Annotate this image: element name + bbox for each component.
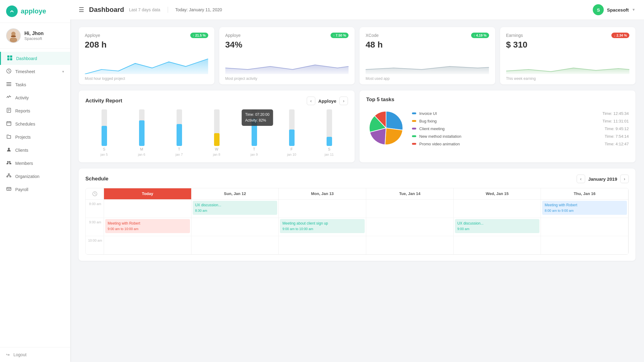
stat-badge-1: ↑ 7.50 % <box>331 33 349 38</box>
legend-name-1: Bug fixing <box>419 119 599 123</box>
header-subtitle: Last 7 days data <box>129 7 160 12</box>
pie-chart <box>366 108 406 148</box>
schedule-col-header-0: Today <box>104 188 191 200</box>
schedule-col-header-4: Wed, Jan 15 <box>454 188 541 200</box>
schedule-event[interactable]: Meeting with Robert8:00 am to 9:00 am <box>542 201 627 215</box>
nav-icon-timesheet <box>6 69 12 74</box>
bar-day-5: F <box>291 147 293 151</box>
activity-prev-btn[interactable]: ‹ <box>307 97 315 105</box>
sidebar-item-schedules[interactable]: Schedules <box>0 117 70 130</box>
bar-chart-container: S jan 5 M jan 6 T jan 7 W jan 8 Time: 07… <box>85 111 348 156</box>
schedule-next-btn[interactable]: › <box>620 175 629 183</box>
schedule-event[interactable]: UX discussion...9:00 am <box>455 219 540 233</box>
bar-group-3: W jan 8 <box>198 109 235 156</box>
svg-rect-27 <box>10 176 11 177</box>
schedule-event[interactable]: Meeting about client sign up9:00 am to 1… <box>280 219 365 233</box>
svg-rect-18 <box>7 122 11 126</box>
event-time: 8:00 am to 9:00 am <box>545 208 624 213</box>
stat-cards: Apploye ↑ 21.5 % 208 h Most hour logged … <box>79 27 635 84</box>
sidebar-item-members[interactable]: Members <box>0 157 70 170</box>
sidebar-item-projects[interactable]: Projects <box>0 130 70 144</box>
schedule-event[interactable]: UX discussion...8:30 am <box>193 201 277 215</box>
top-header: ☰ Dashboard Last 7 days data Today: Janu… <box>70 0 644 20</box>
schedule-cell-2-2 <box>279 236 366 254</box>
header-divider <box>168 7 168 13</box>
sidebar-item-activity[interactable]: Activity <box>0 91 70 104</box>
logout-button[interactable]: ↪ Logout <box>0 347 70 362</box>
bar-track-2 <box>177 109 182 146</box>
stat-footer-1: Most project activity <box>225 74 349 84</box>
schedule-col-header-3: Tue, Jan 14 <box>366 188 454 200</box>
top5-header: Top 5 tasks <box>366 97 629 103</box>
schedule-cell-0-3 <box>366 200 454 218</box>
bar-group-0: S jan 5 <box>85 109 123 156</box>
user-badge[interactable]: S Spacesoft ▼ <box>593 4 635 15</box>
svg-point-22 <box>8 148 10 150</box>
legend-dot-4 <box>412 143 416 145</box>
bar-group-6: S jan 11 <box>310 109 348 156</box>
schedule-cell-1-0: Meeting with Robert9:00 am to 10:00 am <box>104 218 191 236</box>
nav-label-organization: Organization <box>15 174 39 179</box>
legend-item-0: Invoice UI Time: 12:45:34 <box>412 111 629 116</box>
bar-date-3: jan 8 <box>213 153 220 156</box>
svg-rect-32 <box>7 187 11 190</box>
schedule-cell-1-4: UX discussion...9:00 am <box>454 218 541 236</box>
svg-rect-13 <box>6 85 11 86</box>
svg-point-1 <box>11 10 13 12</box>
legend-dot-2 <box>412 128 416 130</box>
user-badge-avatar: S <box>593 4 604 15</box>
bar-track-3 <box>214 109 220 146</box>
nav-arrow-icon: ▾ <box>62 69 64 74</box>
legend-item-1: Bug fixing Time: 11:31:01 <box>412 119 629 123</box>
event-title: Meeting with Robert <box>545 203 624 208</box>
schedule-col-header-1: Sun, Jan 12 <box>191 188 279 200</box>
schedule-cell-0-0 <box>104 200 191 218</box>
sidebar-item-organization[interactable]: Organization <box>0 170 70 183</box>
nav-icon-members <box>6 160 12 166</box>
hamburger-icon[interactable]: ☰ <box>79 6 84 13</box>
schedule-cell-0-4 <box>454 200 541 218</box>
svg-rect-8 <box>7 58 9 60</box>
activity-report-title: Activity Report <box>85 98 122 104</box>
schedule-cell-2-5 <box>541 236 628 254</box>
stat-footer-0: Most hour logged project <box>85 74 208 84</box>
sidebar-item-clients[interactable]: Clients <box>0 144 70 157</box>
bar-fill-2 <box>177 124 182 146</box>
sidebar-item-timesheet[interactable]: Timesheet ▾ <box>0 65 70 78</box>
user-badge-name: Spacesoft <box>607 7 629 12</box>
legend-dot-3 <box>412 135 416 137</box>
bar-day-2: T <box>178 147 180 151</box>
stat-chart-0 <box>85 53 208 74</box>
stat-card-3: Earnings ↓ 2.34 % $ 310 This week earnin… <box>500 27 636 84</box>
bar-fill-1 <box>139 120 145 146</box>
sidebar-item-dashboard[interactable]: Dashboard <box>0 52 70 65</box>
legend-item-4: Promo video animation Time: 4:12:47 <box>412 142 629 146</box>
stat-label-3: Earnings <box>506 33 523 38</box>
activity-next-btn[interactable]: › <box>339 97 348 105</box>
sidebar: apploye Hi, Jhon Spacesoft Dashboard Tim… <box>0 0 70 362</box>
nav-label-projects: Projects <box>15 135 31 140</box>
schedule-cell-2-4 <box>454 236 541 254</box>
nav-icon-clients <box>6 147 12 153</box>
bar-group-5: F jan 10 <box>273 109 310 156</box>
sidebar-item-payroll[interactable]: Payroll <box>0 183 70 196</box>
legend-time-1: Time: 11:31:01 <box>603 119 629 123</box>
stat-chart-1 <box>225 53 349 74</box>
sidebar-item-tasks[interactable]: Tasks <box>0 78 70 91</box>
stat-value-3: $ 310 <box>506 40 630 50</box>
bar-date-4: jan 9 <box>251 153 258 156</box>
schedule-time-0: 8:00 am <box>86 200 104 218</box>
schedule-cell-2-3 <box>366 236 454 254</box>
sidebar-item-reports[interactable]: Reports <box>0 104 70 117</box>
stat-chart-2 <box>366 53 489 74</box>
bar-day-6: S <box>328 147 330 151</box>
schedule-title: Schedule <box>85 176 109 182</box>
svg-rect-26 <box>7 176 8 177</box>
schedule-event[interactable]: Meeting with Robert9:00 am to 10:00 am <box>105 219 190 233</box>
top5-title: Top 5 tasks <box>366 97 394 103</box>
sidebar-logo: apploye <box>0 0 70 23</box>
nav-icon-organization <box>6 173 12 179</box>
schedule-month: January 2019 <box>588 176 617 182</box>
schedule-prev-btn[interactable]: ‹ <box>577 175 585 183</box>
legend-item-3: New method installation Time: 7:54:14 <box>412 134 629 139</box>
